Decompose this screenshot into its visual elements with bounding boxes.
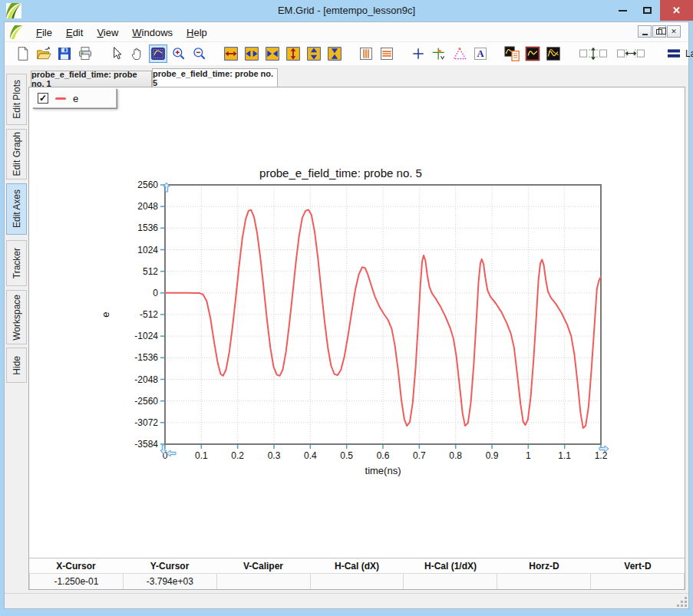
- shrink-x-icon[interactable]: [263, 44, 282, 63]
- horizontal-grid-icon[interactable]: [378, 44, 396, 63]
- toolbar: ALayout: [5, 42, 688, 65]
- svg-text:1024: 1024: [137, 245, 158, 255]
- svg-text:-3072: -3072: [134, 417, 158, 428]
- svg-text:-2048: -2048: [134, 374, 158, 385]
- stretch-x-icon[interactable]: [243, 44, 261, 63]
- svg-text:0.3: 0.3: [268, 450, 281, 461]
- sidebar: Edit PlotsEdit GraphEdit AxesTrackerWork…: [5, 65, 28, 593]
- caliper-icon[interactable]: [450, 44, 469, 63]
- titlebar: EM.Grid - [emtempo_lesson9c] ✕: [0, 0, 693, 21]
- sidebar-item-edit-axes[interactable]: Edit Axes: [6, 183, 27, 235]
- svg-text:-1536: -1536: [134, 352, 158, 363]
- svg-text:-512: -512: [140, 309, 158, 320]
- close-icon: ✕: [672, 5, 681, 16]
- zoom-box-icon[interactable]: [149, 44, 167, 63]
- print-icon[interactable]: [76, 44, 94, 63]
- cursor-table-header-row: X-CursorY-CursorV-CaliperH-Cal (dX)H-Cal…: [29, 558, 685, 573]
- save-icon[interactable]: [55, 44, 74, 63]
- mdi-close-icon: ✕: [671, 28, 677, 35]
- vertical-grid-icon[interactable]: [357, 44, 375, 63]
- mdi-restore-icon: [656, 29, 662, 35]
- menu-file[interactable]: File: [29, 24, 59, 41]
- maximize-button[interactable]: [636, 0, 658, 21]
- svg-text:1.1: 1.1: [558, 450, 571, 461]
- sidebar-item-label: Tracker: [12, 248, 22, 278]
- open-file-icon[interactable]: [35, 44, 53, 63]
- pan-icon[interactable]: [128, 44, 147, 63]
- cursor-col-header: Vert-D: [591, 558, 685, 573]
- cursor-col-value: -1.250e-01: [29, 574, 124, 589]
- chart: 25602048153610245120-512-1024-1536-2048-…: [29, 87, 686, 558]
- cursor-col-value: -3.794e+03: [124, 574, 217, 589]
- svg-text:0.6: 0.6: [377, 450, 390, 461]
- menu-view[interactable]: View: [90, 24, 125, 41]
- crosshair-icon[interactable]: [409, 44, 427, 63]
- text-annotation-icon[interactable]: A: [471, 44, 490, 63]
- menu-items: FileEditViewWindowsHelp: [29, 22, 214, 42]
- v-spacing-icon[interactable]: [576, 44, 611, 63]
- minimize-icon: [619, 10, 627, 12]
- sidebar-item-label: Workspace: [12, 295, 22, 341]
- tracker-icon[interactable]: [430, 44, 448, 63]
- mdi-close-button[interactable]: ✕: [667, 25, 681, 38]
- menu-windows[interactable]: Windows: [125, 24, 180, 41]
- cursor-col-header: Horz-D: [497, 558, 591, 573]
- layout-dropdown[interactable]: Layout: [662, 46, 693, 61]
- mdi-window-buttons: ✕: [638, 25, 681, 38]
- cursor-col-header: V-Caliper: [216, 558, 310, 573]
- mdi-minimize-button[interactable]: [638, 25, 652, 38]
- expand-x-icon[interactable]: [222, 44, 240, 63]
- layout-bars-icon: [666, 48, 681, 60]
- zoom-out-icon[interactable]: [190, 44, 209, 63]
- menu-help[interactable]: Help: [180, 24, 214, 41]
- cursor-col-header: Y-Cursor: [123, 558, 216, 573]
- svg-text:0.7: 0.7: [413, 450, 426, 461]
- expand-y-icon[interactable]: [284, 44, 302, 63]
- sidebar-item-label: Edit Graph: [12, 132, 22, 176]
- mdi-restore-button[interactable]: [652, 25, 666, 38]
- cursor-readout-table: X-CursorY-CursorV-CaliperH-Cal (dX)H-Cal…: [29, 558, 685, 589]
- multi-plot-icon[interactable]: [544, 44, 563, 63]
- new-file-icon[interactable]: [14, 44, 32, 63]
- statusbar: [5, 593, 688, 608]
- document-logo-icon: [10, 25, 24, 39]
- svg-text:0.4: 0.4: [304, 450, 317, 461]
- svg-text:0.1: 0.1: [195, 450, 208, 461]
- svg-text:512: 512: [143, 266, 158, 277]
- shrink-y-icon[interactable]: [325, 44, 344, 63]
- h-spacing-icon[interactable]: [613, 44, 648, 63]
- svg-text:-2560: -2560: [134, 396, 158, 407]
- svg-text:0: 0: [153, 288, 158, 298]
- sidebar-item-label: Edit Plots: [12, 80, 22, 119]
- sidebar-item-label: Hide: [12, 356, 22, 375]
- sidebar-item-tracker[interactable]: Tracker: [6, 240, 27, 286]
- svg-text:A: A: [477, 48, 483, 59]
- svg-text:-1024: -1024: [134, 331, 158, 341]
- zoom-in-icon[interactable]: [170, 44, 188, 63]
- resize-grip-icon[interactable]: [676, 596, 687, 607]
- cursor-col-value: [497, 574, 591, 589]
- tab-2[interactable]: probe_e_field_time: probe no. 5: [152, 68, 278, 87]
- cursor-icon[interactable]: [107, 44, 126, 63]
- stretch-y-icon[interactable]: [305, 44, 323, 63]
- sidebar-item-workspace[interactable]: Workspace: [6, 290, 27, 344]
- close-button[interactable]: ✕: [660, 0, 693, 21]
- sidebar-item-hide[interactable]: Hide: [6, 348, 27, 383]
- cursor-table-value-row: -1.250e-01-3.794e+03: [29, 573, 685, 589]
- plot-legend-icon[interactable]: [503, 44, 521, 63]
- single-plot-icon[interactable]: [523, 44, 542, 63]
- minimize-button[interactable]: [612, 0, 633, 21]
- cursor-col-header: H-Cal (dX): [310, 558, 404, 573]
- menu-edit[interactable]: Edit: [59, 24, 90, 41]
- svg-text:2560: 2560: [137, 180, 158, 190]
- plot-area: ✓ e 25602048153610245120-512-1024-1536-2…: [28, 87, 685, 590]
- svg-text:0.9: 0.9: [486, 450, 499, 461]
- cursor-col-value: [217, 574, 311, 589]
- main-panel: FileEditViewWindowsHelp ✕ ALayout Edit P…: [4, 21, 689, 609]
- tab-1[interactable]: probe_e_field_time: probe no. 1: [31, 71, 152, 87]
- workspace: Edit PlotsEdit GraphEdit AxesTrackerWork…: [5, 65, 688, 593]
- cursor-col-header: X-Cursor: [29, 558, 123, 573]
- sidebar-item-label: Edit Axes: [12, 189, 22, 228]
- sidebar-item-edit-plots[interactable]: Edit Plots: [6, 74, 27, 125]
- sidebar-item-edit-graph[interactable]: Edit Graph: [6, 129, 27, 180]
